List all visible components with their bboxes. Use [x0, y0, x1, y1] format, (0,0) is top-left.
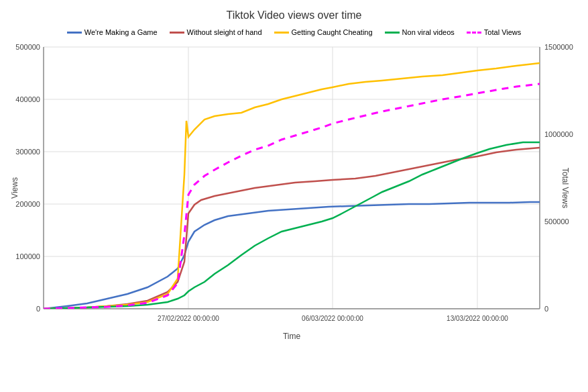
chart-container: Tiktok Video views over time We're Makin… — [0, 0, 588, 392]
chart-title: Tiktok Video views over time — [0, 0, 588, 21]
legend-label-game: We're Making a Game — [84, 28, 158, 36]
legend-item-sleight: Without sleight of hand — [170, 28, 262, 36]
svg-text:27/02/2022 00:00:00: 27/02/2022 00:00:00 — [158, 315, 219, 322]
svg-text:500000: 500000 — [15, 43, 40, 51]
legend-label-sleight: Without sleight of hand — [187, 28, 262, 36]
svg-text:500000: 500000 — [544, 217, 569, 226]
svg-rect-0 — [44, 47, 540, 309]
svg-text:06/03/2022 00:00:00: 06/03/2022 00:00:00 — [302, 315, 363, 322]
svg-text:200000: 200000 — [15, 200, 40, 208]
legend-label-nonviral: Non viral videos — [402, 28, 455, 36]
svg-text:0: 0 — [36, 305, 40, 313]
legend-item-total: Total Views — [467, 28, 521, 36]
svg-text:300000: 300000 — [15, 148, 40, 156]
svg-text:13/03/2022 00:00:00: 13/03/2022 00:00:00 — [447, 315, 508, 322]
svg-text:100000: 100000 — [15, 252, 40, 260]
svg-text:1500000: 1500000 — [544, 43, 573, 51]
y-axis-right-label: Total Views — [561, 168, 570, 208]
svg-text:Time: Time — [283, 332, 301, 341]
line-total — [44, 84, 540, 309]
chart-svg: 0 100000 200000 300000 400000 500000 0 5… — [0, 40, 588, 349]
line-nonviral — [44, 142, 540, 309]
legend-item-nonviral: Non viral videos — [385, 28, 455, 36]
line-game — [44, 202, 540, 309]
legend-item-game: We're Making a Game — [67, 28, 158, 36]
svg-text:0: 0 — [544, 305, 548, 313]
svg-text:400000: 400000 — [15, 95, 40, 103]
legend-label-total: Total Views — [484, 28, 521, 36]
legend-label-cheating: Getting Caught Cheating — [292, 28, 373, 36]
legend-item-cheating: Getting Caught Cheating — [274, 28, 373, 36]
chart-legend: We're Making a Game Without sleight of h… — [0, 26, 588, 40]
svg-text:1000000: 1000000 — [544, 130, 573, 138]
line-cheating — [44, 63, 540, 309]
y-axis-left-label: Views — [10, 177, 19, 199]
